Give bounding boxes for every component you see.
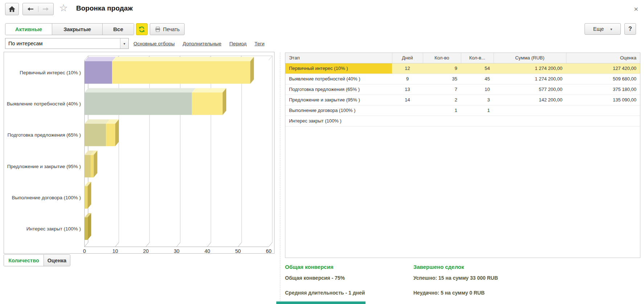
- column-header-estimate[interactable]: Оценка: [566, 53, 640, 63]
- cell-sum[interactable]: 577 200,00: [494, 84, 566, 95]
- bar-top-face: [84, 119, 110, 124]
- tab-closed-deals[interactable]: Закрытые: [52, 24, 102, 35]
- group-by-dropdown-button[interactable]: ▾: [120, 38, 128, 49]
- cell-count[interactable]: 9: [423, 63, 461, 74]
- bar-top-face: [84, 88, 195, 92]
- bar-segment[interactable]: [106, 124, 115, 146]
- column-header-sum[interactable]: Сумма (RUB): [494, 53, 566, 63]
- history-nav-group: [22, 3, 54, 15]
- cell-days[interactable]: 9: [392, 74, 423, 84]
- bar-side-face: [223, 88, 226, 115]
- bar-segment[interactable]: [84, 61, 112, 84]
- refresh-icon: [139, 26, 145, 33]
- table-row[interactable]: Выполнение договора (100% )11: [285, 105, 640, 116]
- cell-sum[interactable]: 142 200,00: [494, 95, 566, 105]
- cell-estimate[interactable]: [566, 116, 640, 126]
- link-additional-filters[interactable]: Дополнительные: [183, 41, 222, 46]
- cell-count[interactable]: 1: [423, 105, 461, 116]
- link-tags[interactable]: Теги: [255, 41, 264, 46]
- cell-days[interactable]: 14: [392, 95, 423, 105]
- cell-stage[interactable]: Предложение и закрытие (95% ): [285, 95, 392, 105]
- cell-count-cum[interactable]: 54: [461, 63, 494, 74]
- summary-conversion-line-2: Средняя длительность - 1 дней: [285, 290, 408, 296]
- status-tab-group: Активные Закрытые Все: [5, 23, 134, 35]
- bar-segment[interactable]: [84, 217, 87, 240]
- table-row[interactable]: Интерес закрыт (100% ): [285, 116, 640, 126]
- cell-stage[interactable]: Выявление потребностей (40% ): [285, 74, 392, 84]
- table-row[interactable]: Первичный интерес (10% )129541 274 200,0…: [285, 63, 640, 74]
- cell-estimate[interactable]: 127 420,00: [566, 63, 640, 74]
- tab-all-deals[interactable]: Все: [102, 24, 134, 35]
- cell-estimate[interactable]: [566, 105, 640, 116]
- cell-stage[interactable]: Первичный интерес (10% ): [285, 63, 392, 74]
- cell-stage[interactable]: Интерес закрыт (100% ): [285, 116, 392, 126]
- print-button-label: Печать: [163, 26, 180, 32]
- table-header-row: ЭтапДнейКол-воКол-в...Сумма (RUB)Оценка: [285, 53, 640, 63]
- toggle-count[interactable]: Количество: [4, 255, 44, 266]
- cell-estimate[interactable]: 375 180,00: [566, 84, 640, 95]
- column-header-count-cum[interactable]: Кол-в...: [461, 53, 494, 63]
- cell-stage[interactable]: Подготовка предложения (65% ): [285, 84, 392, 95]
- summary-deals-line-2: Неудачно: 5 на сумму 0 RUB: [413, 290, 566, 296]
- summary-conversion: Общая конверсия Общая конверсия - 75% Ср…: [285, 264, 408, 304]
- cell-count-cum[interactable]: 1: [461, 105, 494, 116]
- favorite-star-icon[interactable]: ☆: [59, 2, 68, 14]
- home-button[interactable]: [5, 3, 19, 15]
- cell-count-cum[interactable]: [461, 116, 494, 126]
- help-button[interactable]: ?: [624, 23, 636, 35]
- printer-icon: [155, 26, 161, 32]
- cell-stage[interactable]: Выполнение договора (100% ): [285, 105, 392, 116]
- cell-count[interactable]: [423, 116, 461, 126]
- filter-links: Основные отборы Дополнительные Период Те…: [133, 38, 264, 49]
- bar-segment[interactable]: [84, 155, 91, 178]
- bar-segment[interactable]: [84, 186, 87, 209]
- cell-days[interactable]: [392, 116, 423, 126]
- panel-splitter[interactable]: [280, 53, 280, 301]
- column-header-stage[interactable]: Этап: [285, 53, 392, 63]
- cell-sum[interactable]: [494, 105, 566, 116]
- cell-days[interactable]: 12: [392, 63, 423, 74]
- more-button[interactable]: Еще ▾: [585, 23, 621, 35]
- cell-count-cum[interactable]: 10: [461, 84, 494, 95]
- cell-sum[interactable]: [494, 116, 566, 126]
- cell-count-cum[interactable]: 3: [461, 95, 494, 105]
- category-label: Интерес закрыт (100% ): [26, 226, 81, 232]
- table-row[interactable]: Выявление потребностей (40% )935451 274 …: [285, 74, 640, 84]
- refresh-button[interactable]: [136, 23, 148, 35]
- summary-deals-heading: Завершено сделок: [413, 264, 566, 270]
- cell-days[interactable]: [392, 105, 423, 116]
- chart-mode-toggle: Количество Оценка: [4, 254, 70, 266]
- link-period[interactable]: Период: [230, 41, 247, 46]
- print-button[interactable]: Печать: [150, 23, 185, 35]
- cell-count[interactable]: 2: [423, 95, 461, 105]
- cell-estimate[interactable]: 509 680,00: [566, 74, 640, 84]
- cell-estimate[interactable]: 135 090,00: [566, 95, 640, 105]
- bar-segment[interactable]: [112, 61, 250, 84]
- column-header-days[interactable]: Дней: [392, 53, 423, 63]
- cell-count[interactable]: 35: [423, 74, 461, 84]
- bar-segment[interactable]: [192, 92, 223, 115]
- close-icon[interactable]: ×: [634, 5, 638, 13]
- chevron-down-icon: ▾: [123, 42, 125, 46]
- cell-count-cum[interactable]: 45: [461, 74, 494, 84]
- column-header-count[interactable]: Кол-во: [423, 53, 461, 63]
- tab-active-deals[interactable]: Активные: [5, 24, 52, 35]
- bar-side-face: [87, 213, 91, 240]
- link-main-filters[interactable]: Основные отборы: [133, 41, 175, 46]
- bar-segment[interactable]: [84, 92, 192, 115]
- table-row[interactable]: Предложение и закрытие (95% )1423142 200…: [285, 95, 640, 105]
- forward-button[interactable]: [38, 6, 54, 12]
- bar-segment[interactable]: [84, 124, 106, 146]
- cell-sum[interactable]: 1 274 200,00: [494, 74, 566, 84]
- back-button[interactable]: [23, 6, 38, 12]
- bar-top-face: [192, 88, 226, 92]
- cell-days[interactable]: 13: [392, 84, 423, 95]
- bar-segment[interactable]: [91, 155, 94, 178]
- table-row[interactable]: Подготовка предложения (65% )13710577 20…: [285, 84, 640, 95]
- summary-deals: Завершено сделок Успешно: 15 на сумму 33…: [413, 264, 566, 304]
- cell-sum[interactable]: 1 274 200,00: [494, 63, 566, 74]
- toggle-estimate[interactable]: Оценка: [44, 255, 70, 266]
- group-by-select[interactable]: По интересам ▾: [5, 38, 129, 49]
- grid-line: [177, 242, 180, 247]
- cell-count[interactable]: 7: [423, 84, 461, 95]
